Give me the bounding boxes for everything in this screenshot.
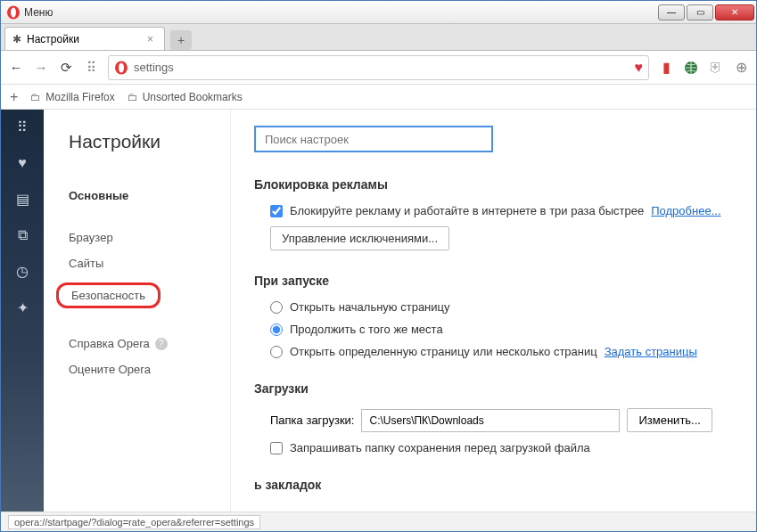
rail-tabs-icon[interactable]: ⧉	[18, 227, 28, 243]
adblock-title: Блокировка рекламы	[254, 177, 733, 192]
url-input[interactable]	[134, 61, 635, 74]
tab-close-icon[interactable]: ×	[144, 33, 157, 45]
status-url: opera://startpage/?dialog=rate_opera&ref…	[8, 515, 260, 529]
shield-icon[interactable]: ⛨	[708, 60, 724, 76]
rail-speeddial-icon[interactable]: ⠿	[17, 119, 28, 135]
ask-folder-checkbox[interactable]	[270, 442, 283, 454]
opera-logo-icon	[6, 5, 21, 20]
rail-news-icon[interactable]: ▤	[16, 191, 29, 208]
bookmarks-bar-title: ь закладок	[254, 478, 733, 492]
settings-content: Блокировка рекламы Блокируйте рекламу и …	[231, 110, 756, 513]
reload-icon[interactable]: ⟳	[58, 60, 74, 76]
tab-bar: ✱ Настройки × +	[1, 24, 756, 51]
forward-icon[interactable]: →	[33, 60, 49, 75]
minimize-button[interactable]: —	[658, 4, 685, 20]
startup-opt1[interactable]: Открыть начальную страницу	[270, 300, 450, 314]
bookmark-folder-firefox[interactable]: 🗀 Mozilla Firefox	[30, 91, 114, 103]
change-folder-button[interactable]: Изменить...	[627, 408, 712, 432]
settings-search-input[interactable]	[254, 126, 493, 152]
page-title: Настройки	[69, 131, 230, 152]
security-highlight: Безопасность	[56, 282, 160, 308]
maximize-button[interactable]: ▭	[687, 4, 713, 20]
startup-opt3[interactable]: Открыть определенную страницу или нескол…	[270, 345, 597, 358]
section-startup: При запуске Открыть начальную страницу П…	[254, 274, 733, 358]
navigation-bar: ← → ⟳ ⠿ ♥ ▮ ⛨ ⊕	[1, 51, 756, 85]
adblock-more-link[interactable]: Подробнее...	[651, 204, 720, 217]
bookmarks-bar: + 🗀 Mozilla Firefox 🗀 Unsorted Bookmarks	[1, 85, 756, 110]
sidebar-item-sites[interactable]: Сайты	[69, 250, 230, 276]
main-area: ⠿ ♥ ▤ ⧉ ◷ ✦ Настройки Основные Браузер С…	[1, 110, 756, 513]
startup-opt2[interactable]: Продолжить с того же места	[270, 323, 443, 336]
rail-history-icon[interactable]: ◷	[16, 263, 29, 280]
bookmark-folder-unsorted[interactable]: 🗀 Unsorted Bookmarks	[128, 91, 243, 103]
address-bar[interactable]: ♥	[108, 55, 649, 80]
downloads-path-input[interactable]	[361, 409, 620, 432]
ask-folder-checkbox-row[interactable]: Запрашивать папку сохранения перед загру…	[270, 441, 590, 454]
vpn-globe-icon[interactable]	[683, 60, 699, 76]
exceptions-button[interactable]: Управление исключениями...	[270, 226, 449, 250]
new-tab-button[interactable]: +	[170, 30, 192, 50]
set-pages-link[interactable]: Задать страницы	[605, 345, 697, 358]
section-adblock: Блокировка рекламы Блокируйте рекламу и …	[254, 177, 733, 250]
downloads-title: Загрузки	[254, 381, 733, 396]
gear-icon: ✱	[12, 33, 21, 45]
sidebar-item-main[interactable]: Основные	[69, 183, 230, 209]
rail-extensions-icon[interactable]: ✦	[17, 299, 29, 316]
folder-icon: 🗀	[128, 91, 138, 103]
rail-bookmarks-icon[interactable]: ♥	[18, 155, 27, 171]
menu-button[interactable]: Меню	[24, 6, 53, 19]
sidebar-item-security[interactable]: Безопасность	[69, 276, 230, 315]
folder-icon: 🗀	[30, 91, 41, 103]
sidebar-item-rate[interactable]: Оцените Opera	[69, 356, 230, 382]
sidebar-item-help[interactable]: Справка Opera ?	[69, 331, 230, 356]
close-button[interactable]: ✕	[715, 4, 754, 20]
opera-url-icon	[114, 61, 128, 75]
status-bar: opera://startpage/?dialog=rate_opera&ref…	[1, 512, 756, 531]
svg-point-3	[119, 62, 124, 72]
startup-title: При запуске	[254, 274, 733, 288]
tab-title: Настройки	[27, 33, 79, 45]
heart-icon[interactable]: ♥	[635, 60, 644, 76]
settings-sidebar: Настройки Основные Браузер Сайты Безопас…	[44, 110, 231, 513]
svg-point-1	[11, 7, 16, 17]
left-rail: ⠿ ♥ ▤ ⧉ ◷ ✦	[1, 110, 44, 513]
window-titlebar: Меню — ▭ ✕	[1, 1, 756, 24]
adblock-checkbox[interactable]	[270, 205, 283, 217]
sidebar-toggle-icon[interactable]: ▮	[658, 60, 674, 76]
speed-dial-icon[interactable]: ⠿	[83, 60, 99, 76]
section-downloads: Загрузки Папка загрузки: Изменить... Зап…	[254, 381, 733, 454]
adblock-checkbox-row[interactable]: Блокируйте рекламу и работайте в интерне…	[270, 204, 644, 217]
section-bookmarks-bar: ь закладок	[254, 478, 733, 492]
back-icon[interactable]: ←	[8, 60, 24, 75]
sidebar-item-browser[interactable]: Браузер	[69, 225, 230, 250]
downloads-label: Папка загрузки:	[270, 413, 354, 427]
download-icon[interactable]: ⊕	[733, 60, 749, 76]
help-icon: ?	[155, 338, 168, 350]
add-bookmark-icon[interactable]: +	[10, 89, 18, 105]
tab-settings[interactable]: ✱ Настройки ×	[4, 27, 165, 50]
